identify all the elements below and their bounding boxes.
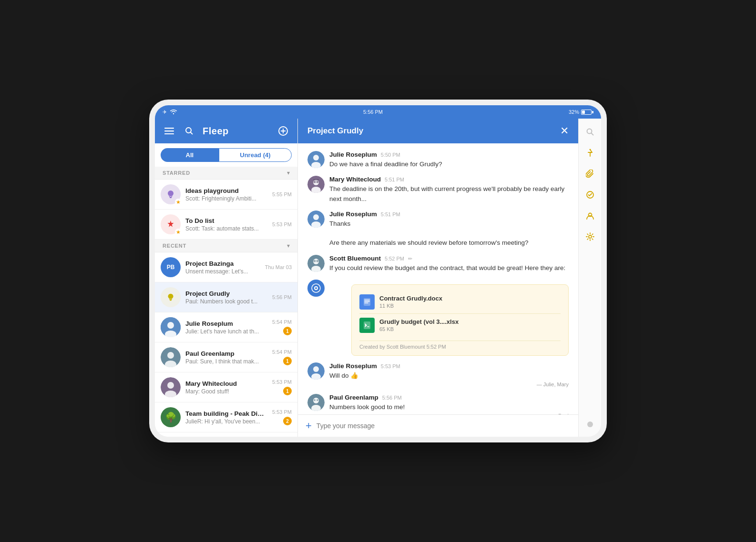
conv-name-ideas: Ideas playground <box>185 187 267 194</box>
conv-preview-bazinga: Unsent message: Let's... <box>185 268 260 275</box>
conv-meta-team: 5:53 PM 2 <box>272 409 292 425</box>
unread-badge-mary: 1 <box>283 387 292 395</box>
conv-time-bazinga: Thu Mar 03 <box>265 264 292 270</box>
conv-info-grudly: Project Grudly Paul: Numbers look good t… <box>185 290 267 305</box>
wifi-icon <box>170 109 177 115</box>
filter-all-button[interactable]: All <box>161 148 219 162</box>
svg-rect-0 <box>164 128 174 129</box>
conv-item-paul[interactable]: Paul Greenlamp Paul: Sure, I think that … <box>155 342 297 372</box>
recent-section-title: RECENT <box>163 243 186 249</box>
conv-name-mary: Mary Whitecloud <box>185 380 267 387</box>
conv-time-mary: 5:53 PM <box>272 379 292 385</box>
svg-rect-9 <box>170 197 172 198</box>
message-3: Scott Bluemount 5:52 PM ✏ If you could r… <box>307 255 569 273</box>
svg-point-50 <box>317 399 318 401</box>
conv-preview-grudly: Paul: Numbers look good t... <box>185 298 267 305</box>
msg-body-2: Julie Roseplum 5:51 PM ThanksAre there a… <box>329 211 569 248</box>
battery-percent: 32% <box>569 109 579 115</box>
conv-avatar-todo: ★ <box>161 214 181 234</box>
msg-header-5: Paul Greenlamp 5:56 PM <box>329 394 569 401</box>
svg-point-31 <box>313 214 319 220</box>
msg-seen-4: — Julie, Mary <box>329 381 569 387</box>
message-5: Paul Greenlamp 5:56 PM Numbers look good… <box>307 394 569 414</box>
msg-avatar-4 <box>307 362 325 380</box>
file-item-contract[interactable]: Contract Grudly.docx 11 KB <box>359 291 561 313</box>
conv-avatar-bazinga: PB <box>161 257 181 277</box>
status-bar-right: 32% <box>569 109 593 115</box>
search-tool-button[interactable] <box>582 123 599 141</box>
conv-preview-mary: Mary: Good stuff! <box>185 388 267 395</box>
main-content: Fleep All Unread (4) <box>155 119 601 437</box>
filter-unread-button[interactable]: Unread (4) <box>219 148 292 162</box>
thumbs-up-reaction: 👍 <box>350 372 358 379</box>
msg-avatar-3 <box>307 255 325 272</box>
conv-item-team-building[interactable]: 🌳 Team building - Peak District JulieR: … <box>155 402 297 432</box>
conv-item-todo[interactable]: ★ To Do list Scott: Task: automate stats… <box>155 210 297 240</box>
conv-time-ideas: 5:55 PM <box>272 191 292 197</box>
msg-body-3: Scott Bluemount 5:52 PM ✏ If you could r… <box>329 255 569 273</box>
status-bar-left: ✈ <box>163 109 177 115</box>
msg-text-0: Do we have a final deadline for Grudly? <box>329 160 569 169</box>
conv-avatar-grudly <box>161 287 181 307</box>
recent-section-header[interactable]: RECENT ▾ <box>155 240 297 252</box>
starred-section-header[interactable]: STARRED ▾ <box>155 167 297 180</box>
unread-badge-team: 2 <box>283 417 292 425</box>
message-input[interactable] <box>317 422 571 430</box>
search-button[interactable] <box>183 124 196 138</box>
members-tool-button[interactable] <box>582 207 599 224</box>
svg-rect-41 <box>364 298 370 306</box>
svg-line-4 <box>191 132 193 135</box>
chat-messages: Julie Roseplum 5:50 PM Do we have a fina… <box>298 143 578 414</box>
conv-preview-paul: Paul: Sure, I think that mak... <box>185 358 267 365</box>
msg-sender-5: Paul Greenlamp <box>329 394 378 401</box>
chat-close-button[interactable]: ✕ <box>560 126 569 136</box>
file-name-budget: Grudly budget (vol 3....xlsx <box>379 318 459 325</box>
file-message: Contract Grudly.docx 11 KB <box>307 280 569 356</box>
pin-tool-button[interactable] <box>582 144 599 161</box>
conv-name-todo: To Do list <box>185 217 267 224</box>
conv-item-ideas-playground[interactable]: ★ Ideas playground Scott: Frighteningly … <box>155 180 297 210</box>
starred-chevron-icon: ▾ <box>287 170 290 176</box>
svg-point-10 <box>168 294 174 299</box>
app-logo: Fleep <box>203 126 229 137</box>
file-size-contract: 11 KB <box>379 303 442 309</box>
svg-rect-2 <box>164 133 174 134</box>
chat-title: Project Grudly <box>307 126 363 136</box>
conv-info-ideas: Ideas playground Scott: Frighteningly Am… <box>185 187 267 202</box>
conversation-list: STARRED ▾ <box>155 167 297 437</box>
conv-item-grudly[interactable]: Project Grudly Paul: Numbers look good t… <box>155 282 297 312</box>
message-1: Mary Whitecloud 5:51 PM The deadline is … <box>307 176 569 204</box>
chat-header: Project Grudly ✕ <box>298 119 578 143</box>
msg-sender-3: Scott Bluemount <box>329 255 381 262</box>
conv-info-julie: Julie Roseplum Julie: Let's have lunch a… <box>185 320 267 335</box>
conv-time-team: 5:53 PM <box>272 409 292 415</box>
hamburger-menu-button[interactable] <box>163 124 176 138</box>
device-screen: ✈ 5:56 PM 32% <box>155 105 601 437</box>
conv-preview-team: JulieR: Hi y'all, You've been... <box>185 418 267 425</box>
conv-meta-paul: 5:54 PM 1 <box>272 349 292 365</box>
conv-info-todo: To Do list Scott: Task: automate stats..… <box>185 217 267 232</box>
new-conversation-button[interactable] <box>276 124 290 138</box>
recent-chevron-icon: ▾ <box>287 242 290 249</box>
edit-icon[interactable]: ✏ <box>408 256 412 262</box>
svg-rect-29 <box>313 179 319 181</box>
msg-header-4: Julie Roseplum 5:53 PM <box>329 362 569 370</box>
conv-avatar-team: 🌳 <box>161 407 181 427</box>
svg-point-36 <box>314 260 316 262</box>
sidebar-header: Fleep <box>155 119 297 143</box>
conv-item-bazinga[interactable]: PB Project Bazinga Unsent message: Let's… <box>155 252 297 282</box>
conv-item-mary[interactable]: Mary Whitecloud Mary: Good stuff! 5:53 P… <box>155 372 297 402</box>
conv-time-grudly: 5:56 PM <box>272 294 292 300</box>
add-attachment-button[interactable]: + <box>306 420 312 432</box>
conv-item-julie[interactable]: Julie Roseplum Julie: Let's have lunch a… <box>155 312 297 342</box>
file-item-budget[interactable]: Grudly budget (vol 3....xlsx 65 KB <box>359 313 561 337</box>
msg-header-1: Mary Whitecloud 5:51 PM <box>329 176 569 183</box>
msg-avatar-1 <box>307 176 325 193</box>
msg-text-3: If you could review the budget and the c… <box>329 263 569 273</box>
msg-sender-0: Julie Roseplum <box>329 151 377 158</box>
status-bar: ✈ 5:56 PM 32% <box>155 105 601 119</box>
tasks-tool-button[interactable] <box>582 186 599 203</box>
settings-tool-button[interactable] <box>582 228 599 245</box>
attachment-tool-button[interactable] <box>582 165 599 182</box>
msg-avatar-0 <box>307 151 325 168</box>
